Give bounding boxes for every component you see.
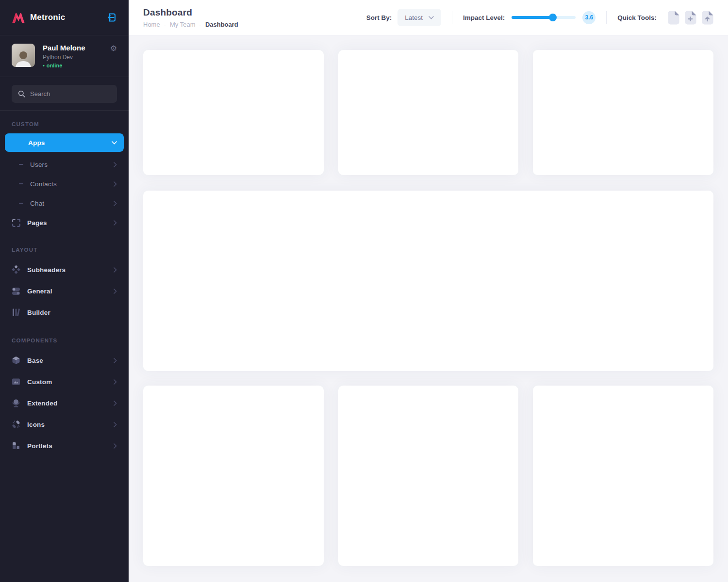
- chevron-right-icon: [114, 401, 117, 406]
- breadcrumb: Home - My Team - Dashboard: [143, 21, 238, 28]
- subheaders-icon: [12, 265, 20, 274]
- sort-dropdown-value: Latest: [405, 14, 423, 21]
- sidebar-item-icons[interactable]: Icons: [0, 414, 129, 435]
- chevron-right-icon: [114, 289, 117, 294]
- gear-icon[interactable]: ⚙: [110, 45, 117, 52]
- file-plus-icon[interactable]: [685, 11, 696, 25]
- brand-name: Metronic: [30, 13, 65, 22]
- portlets-icon: [12, 441, 20, 450]
- slider-fill: [512, 16, 552, 19]
- quick-tools-label: Quick Tools:: [617, 14, 657, 21]
- breadcrumb-my-team[interactable]: My Team: [170, 21, 196, 28]
- sidebar-item-base[interactable]: Base: [0, 350, 129, 371]
- sidebar: Metronic Paul Melone Python Dev online ⚙: [0, 0, 129, 582]
- chevron-right-icon: [114, 220, 117, 226]
- search-input[interactable]: [30, 90, 111, 97]
- breadcrumb-home[interactable]: Home: [143, 21, 160, 28]
- chevron-down-icon: [429, 16, 434, 19]
- broken-link-icon: [12, 420, 20, 429]
- chevron-right-icon: [114, 422, 117, 427]
- section-title-components: COMPONENTS: [0, 338, 129, 343]
- breadcrumb-current: Dashboard: [205, 21, 238, 28]
- impact-level-label: Impact Level:: [463, 14, 505, 21]
- user-role: Python Dev: [43, 54, 85, 61]
- impact-level-slider[interactable]: [512, 16, 576, 19]
- builder-icon: [12, 308, 20, 317]
- user-panel: Paul Melone Python Dev online ⚙: [0, 35, 129, 77]
- section-title-custom: CUSTOM: [0, 121, 129, 127]
- sidebar-collapse-button[interactable]: [106, 12, 117, 23]
- sidebar-item-chat[interactable]: Chat: [0, 194, 129, 213]
- content: [129, 35, 728, 581]
- topbar: Dashboard Home - My Team - Dashboard Sor…: [129, 0, 728, 35]
- chevron-down-icon: [112, 141, 117, 145]
- file-icon[interactable]: [668, 11, 679, 25]
- file-upload-icon[interactable]: [702, 11, 713, 25]
- avatar: [12, 44, 35, 67]
- image-icon: [12, 377, 20, 386]
- quick-tools-icons: [662, 11, 713, 25]
- globe-stand-icon: [12, 399, 20, 407]
- card: [533, 50, 713, 175]
- toolbar-divider: [452, 11, 452, 24]
- cube-icon: [12, 356, 20, 365]
- sort-by-label: Sort By:: [366, 14, 392, 21]
- slider-thumb[interactable]: [549, 14, 557, 21]
- sidebar-item-contacts[interactable]: Contacts: [0, 174, 129, 194]
- user-name: Paul Melone: [43, 44, 85, 52]
- sidebar-item-general[interactable]: General: [0, 280, 129, 302]
- impact-level-value-badge: 3.6: [582, 11, 596, 24]
- sidebar-item-extended[interactable]: Extended: [0, 392, 129, 414]
- topbar-toolbar: Sort By: Latest Impact Level: 3.6: [366, 9, 713, 26]
- main-area: Dashboard Home - My Team - Dashboard Sor…: [129, 0, 728, 582]
- card: [143, 50, 324, 175]
- dash-bullet: [19, 183, 23, 184]
- metronic-logo-icon: [12, 11, 25, 24]
- brand-row: Metronic: [0, 0, 129, 35]
- dash-bullet: [19, 164, 23, 165]
- card: [143, 386, 324, 566]
- card-row-top: [143, 50, 713, 175]
- pages-icon: [12, 218, 20, 227]
- chevron-right-icon: [114, 181, 117, 187]
- impact-level-group: Impact Level: 3.6: [463, 11, 596, 24]
- card: [338, 386, 519, 566]
- card-row-bottom: [143, 386, 713, 566]
- sidebar-item-custom[interactable]: Custom: [0, 371, 129, 392]
- chevron-right-icon: [114, 379, 117, 385]
- toolbar-divider: [606, 11, 607, 24]
- apps-grid-icon: [13, 138, 21, 147]
- sidebar-item-builder[interactable]: Builder: [0, 302, 129, 323]
- card: [338, 50, 519, 175]
- general-toggles-icon: [12, 287, 20, 295]
- chevron-right-icon: [114, 162, 117, 167]
- quick-tools-group: Quick Tools:: [617, 11, 713, 25]
- user-status: online: [43, 63, 85, 68]
- page-head: Dashboard Home - My Team - Dashboard: [143, 7, 238, 28]
- page-title: Dashboard: [143, 7, 238, 18]
- sidebar-item-pages[interactable]: Pages: [0, 213, 129, 232]
- chevron-right-icon: [114, 358, 117, 363]
- card: [533, 386, 713, 566]
- chevron-right-icon: [114, 443, 117, 449]
- section-title-layout: LAYOUT: [0, 247, 129, 253]
- sidebar-item-users[interactable]: Users: [0, 155, 129, 174]
- search-row: [0, 77, 129, 111]
- dash-bullet: [19, 203, 23, 204]
- sidebar-item-apps[interactable]: Apps: [5, 133, 124, 152]
- card-wide: [143, 191, 713, 371]
- chevron-right-icon: [114, 201, 117, 206]
- breadcrumb-separator: -: [164, 21, 166, 28]
- search-box: [12, 85, 117, 103]
- chevron-right-icon: [114, 267, 117, 273]
- sidebar-nav: CUSTOM Apps Users Contacts Chat: [0, 111, 129, 456]
- breadcrumb-separator: -: [199, 21, 201, 28]
- sidebar-item-subheaders[interactable]: Subheaders: [0, 259, 129, 280]
- search-icon: [18, 90, 25, 97]
- sort-group: Sort By: Latest: [366, 9, 441, 26]
- sidebar-item-portlets[interactable]: Portlets: [0, 435, 129, 456]
- sort-dropdown[interactable]: Latest: [397, 9, 441, 26]
